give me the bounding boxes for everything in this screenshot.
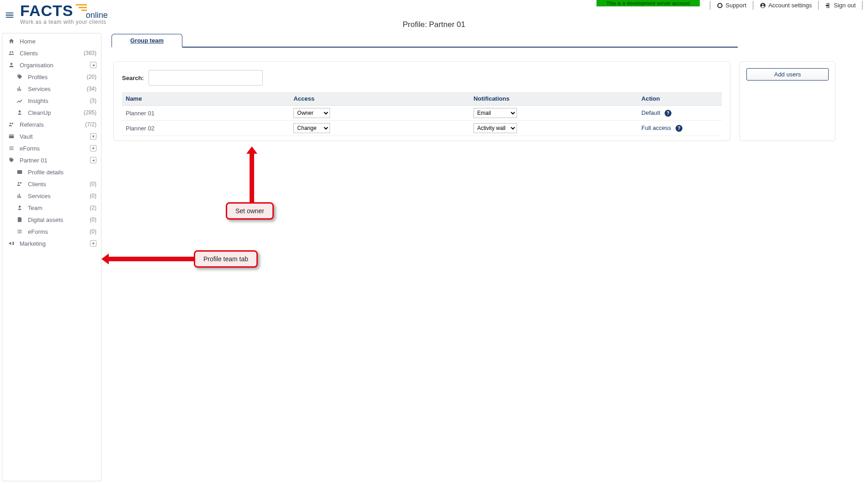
tag-icon — [16, 73, 23, 81]
expand-icon[interactable]: ▾ — [90, 240, 96, 247]
sign-out-icon — [825, 2, 831, 9]
sidebar-item-organisation[interactable]: Organisation ◂ — [2, 59, 101, 71]
top-links: Support Account settings Sign out — [710, 1, 863, 10]
sidebar-item-clients[interactable]: Clients (383) — [2, 47, 101, 59]
account-settings-label: Account settings — [768, 2, 812, 9]
col-name: Name — [122, 92, 290, 106]
sidebar-item-p-team[interactable]: Team (2) — [2, 202, 101, 214]
list-icon — [8, 145, 15, 152]
table-row: Planner 02 Change Activity wall — [122, 121, 722, 136]
sidebar-item-label: Home — [20, 38, 96, 45]
sidebar-item-referrals[interactable]: Referrals (7/2) — [2, 119, 101, 130]
expand-icon[interactable]: ▾ — [90, 145, 96, 151]
referrals-icon — [8, 121, 15, 128]
sidebar-item-label: Digital assets — [28, 216, 85, 223]
annotation-arrow-profile-team — [108, 257, 197, 261]
sidebar: Home Clients (383) Organisation ◂ Profil… — [2, 33, 101, 481]
sidebar-item-p-eforms[interactable]: eForms (0) — [2, 226, 101, 237]
brand-bars-icon — [76, 4, 87, 12]
sidebar-item-profile-details[interactable]: Profile details — [2, 166, 101, 178]
help-icon[interactable]: ? — [676, 125, 682, 132]
sidebar-item-count: (7/2) — [85, 121, 96, 128]
list-icon — [16, 228, 23, 235]
sidebar-item-label: Team — [28, 205, 85, 211]
sign-out-link[interactable]: Sign out — [818, 1, 863, 10]
search-input[interactable] — [149, 70, 263, 86]
sidebar-item-label: Partner 01 — [20, 157, 85, 164]
dev-banner: This is a development server account — [596, 0, 700, 6]
menu-toggle[interactable] — [5, 10, 15, 22]
sidebar-item-vault[interactable]: Vault ▾ — [2, 130, 101, 142]
sidebar-item-p-digital[interactable]: Digital assets (0) — [2, 214, 101, 226]
sidebar-item-label: Services — [28, 86, 82, 92]
sidebar-item-count: (34) — [87, 86, 96, 92]
page-title: Profile: Partner 01 — [403, 20, 465, 29]
sidebar-item-marketing[interactable]: Marketing ▾ — [2, 237, 101, 249]
sidebar-item-label: Services — [28, 193, 85, 199]
brand-online: online — [86, 11, 108, 20]
sidebar-item-label: Insights — [28, 97, 85, 104]
team-panel: Search: Name Access Notifications Action — [113, 61, 730, 141]
sidebar-item-label: CleanUp — [28, 109, 79, 116]
top-bar: FACTS online Work as a team with your cl… — [0, 0, 868, 33]
sidebar-item-insights[interactable]: Insights (3) — [2, 95, 101, 107]
support-link[interactable]: Support — [710, 1, 753, 10]
action-text[interactable]: Default — [641, 109, 660, 116]
sidebar-item-label: Vault — [20, 133, 85, 140]
sidebar-item-eforms[interactable]: eForms ▾ — [2, 142, 101, 154]
user-circle-icon — [760, 2, 766, 9]
logo[interactable]: FACTS online Work as a team with your cl… — [20, 2, 108, 25]
chart-icon — [16, 192, 23, 199]
sidebar-item-profiles[interactable]: Profiles (20) — [2, 71, 101, 83]
users-icon — [16, 180, 23, 188]
notifications-select[interactable]: Activity wall — [474, 123, 517, 133]
hamburger-icon — [5, 10, 15, 20]
sidebar-item-label: eForms — [28, 228, 85, 235]
help-icon[interactable]: ? — [665, 110, 671, 117]
sidebar-item-count: (285) — [84, 109, 96, 116]
sidebar-item-p-clients[interactable]: Clients (0) — [2, 178, 101, 190]
sidebar-item-label: eForms — [20, 145, 85, 152]
add-users-button[interactable]: Add users — [746, 68, 829, 81]
notifications-select[interactable]: Email — [474, 108, 517, 118]
sidebar-item-label: Clients — [20, 50, 79, 57]
vault-icon — [8, 133, 15, 140]
sidebar-item-home[interactable]: Home — [2, 35, 101, 47]
cell-name: Planner 01 — [122, 106, 290, 121]
annotation-arrow-set-owner — [250, 153, 254, 202]
sidebar-item-label: Referrals — [20, 121, 80, 128]
sidebar-item-count: (2) — [90, 205, 96, 211]
sidebar-item-partner01[interactable]: Partner 01 ◂ — [2, 154, 101, 166]
sidebar-item-label: Profiles — [28, 74, 82, 81]
sidebar-item-label: Clients — [28, 181, 85, 188]
sidebar-item-count: (0) — [90, 193, 96, 199]
access-select[interactable]: Change — [293, 123, 330, 133]
tab-group-team[interactable]: Group team — [112, 34, 182, 48]
life-ring-icon — [717, 2, 723, 9]
sidebar-item-services[interactable]: Services (34) — [2, 83, 101, 95]
chart-icon — [16, 85, 23, 92]
access-select[interactable]: Owner — [293, 108, 330, 118]
search-label: Search: — [122, 75, 144, 81]
col-access: Access — [290, 92, 470, 106]
sidebar-item-cleanup[interactable]: CleanUp (285) — [2, 107, 101, 119]
support-label: Support — [725, 2, 746, 9]
side-actions-panel: Add users — [740, 61, 836, 141]
collapse-left-icon[interactable]: ◂ — [90, 157, 96, 163]
sidebar-item-label: Organisation — [20, 62, 85, 69]
table-row: Planner 01 Owner Email — [122, 106, 722, 121]
action-text[interactable]: Full access — [641, 124, 671, 131]
org-icon — [8, 61, 15, 69]
account-settings-link[interactable]: Account settings — [753, 1, 818, 10]
sidebar-item-count: (0) — [90, 181, 96, 187]
team-table: Name Access Notifications Action Planner… — [122, 92, 722, 136]
brand-facts: FACTS — [20, 2, 73, 19]
sidebar-item-count: (0) — [90, 228, 96, 235]
sidebar-item-p-services[interactable]: Services (0) — [2, 190, 101, 202]
brand-tagline: Work as a team with your clients — [20, 19, 108, 25]
disk-icon — [16, 216, 23, 223]
collapse-left-icon[interactable]: ◂ — [90, 62, 96, 68]
users-icon — [8, 49, 15, 57]
col-notifications: Notifications — [470, 92, 638, 106]
expand-icon[interactable]: ▾ — [90, 133, 96, 140]
